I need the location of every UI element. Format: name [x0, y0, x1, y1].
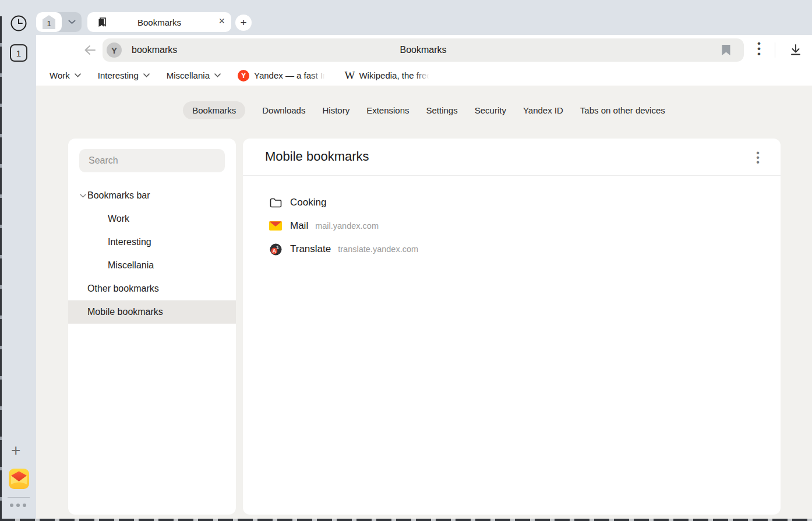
chevron-down-icon[interactable] [80, 194, 87, 198]
yandex-favicon-icon: Y [238, 70, 249, 81]
rail-more-icon[interactable] [10, 504, 26, 507]
bookmark-url: mail.yandex.com [315, 221, 379, 231]
tree-label: Bookmarks bar [87, 190, 150, 201]
tab-count-badge: 1 [43, 15, 55, 29]
tree-item-interesting[interactable]: Interesting [68, 231, 236, 254]
svg-text:A: A [272, 248, 276, 254]
browser-window: 1 Bookmarks × + [0, 0, 812, 521]
navigation-toolbar: Y bookmarks Bookmarks ••• [36, 35, 812, 65]
tree-item-other-bookmarks[interactable]: Other bookmarks [68, 277, 236, 300]
bookmarks-list-panel: Mobile bookmarks ••• Cooking [243, 139, 781, 515]
folder-label: Work [50, 70, 70, 80]
bookmark-row-cooking[interactable]: Cooking [243, 191, 781, 214]
history-clock-icon[interactable] [10, 15, 27, 32]
bookmarks-list: Cooking Mail mail.yandex.com [243, 176, 781, 261]
yandex-mail-icon [269, 221, 282, 231]
tree-label: Miscellania [108, 260, 154, 271]
bookmark-label: Yandex — a fast In [254, 70, 327, 80]
site-favicon-icon: Y [107, 42, 122, 58]
tree-item-mobile-bookmarks[interactable]: Mobile bookmarks [68, 300, 236, 324]
bookmark-label: Mail [290, 220, 308, 232]
new-tab-button[interactable]: + [235, 15, 252, 31]
tab-yandex-id[interactable]: Yandex ID [523, 101, 563, 119]
chevron-down-icon [143, 73, 150, 77]
rail-add-icon[interactable]: + [11, 441, 20, 460]
tab-group-counter[interactable]: 1 [36, 12, 62, 32]
tree-item-bookmarks-bar[interactable]: Bookmarks bar [68, 184, 236, 207]
bookmarks-bar: Work Interesting Miscellania Y Yandex — … [36, 65, 812, 86]
folder-label: Miscellania [167, 70, 210, 80]
bookmarks-bar-folder-miscellania[interactable]: Miscellania [167, 70, 221, 80]
tab-downloads[interactable]: Downloads [262, 101, 305, 119]
tab-security[interactable]: Security [475, 101, 506, 119]
bookmark-label: Wikipedia, the free [359, 70, 431, 80]
back-icon[interactable] [83, 44, 97, 59]
tree-label: Other bookmarks [87, 283, 159, 294]
panel-header: Mobile bookmarks ••• [243, 139, 781, 176]
tab-group-chevron-icon[interactable] [62, 12, 82, 32]
tree-item-work[interactable]: Work [68, 207, 236, 231]
panel-title: Mobile bookmarks [265, 149, 369, 164]
browser-tab-bookmarks[interactable]: Bookmarks × [87, 12, 231, 32]
side-rail: 1 + [2, 35, 36, 519]
search-input[interactable] [79, 149, 225, 172]
address-bar[interactable]: Y bookmarks Bookmarks [103, 38, 744, 62]
bookmark-url: translate.yandex.com [338, 244, 418, 254]
yandex-translate-icon: A [269, 243, 282, 256]
tab-history[interactable]: History [322, 101, 349, 119]
tab-extensions[interactable]: Extensions [366, 101, 409, 119]
toolbar-kebab-icon[interactable]: ••• [755, 41, 763, 56]
tab-list-badge[interactable]: 1 [10, 44, 27, 62]
tree-label: Work [108, 214, 129, 224]
url-text[interactable]: bookmarks [132, 38, 177, 62]
folder-tree: Bookmarks bar Work Interesting Miscellan… [68, 184, 236, 324]
tree-item-miscellania[interactable]: Miscellania [68, 254, 236, 277]
bookmark-star-icon[interactable] [721, 44, 731, 58]
bookmarks-manager-page: Bookmarks Downloads History Extensions S… [36, 86, 812, 521]
tree-label: Mobile bookmarks [87, 307, 163, 317]
bookmarks-bar-link-wikipedia[interactable]: W Wikipedia, the free [344, 69, 431, 82]
folders-sidebar-panel: Bookmarks bar Work Interesting Miscellan… [68, 139, 236, 515]
folder-label: Interesting [98, 70, 139, 80]
manager-nav-tabs: Bookmarks Downloads History Extensions S… [36, 101, 812, 119]
tab-bookmarks[interactable]: Bookmarks [183, 101, 245, 119]
tab-settings[interactable]: Settings [426, 101, 458, 119]
tab-title: Bookmarks [87, 12, 231, 32]
panel-kebab-icon[interactable]: ••• [754, 150, 762, 164]
bookmark-row-translate[interactable]: A Translate translate.yandex.com [243, 238, 781, 261]
toolbar-divider [775, 42, 775, 58]
yandex-mail-app-icon[interactable] [9, 469, 29, 491]
title-bar: 1 Bookmarks × + [0, 0, 812, 35]
window-left-edge [0, 16, 2, 521]
bookmark-label: Translate [290, 243, 331, 255]
tree-label: Interesting [108, 237, 151, 247]
bookmarks-bar-folder-work[interactable]: Work [50, 70, 81, 80]
chevron-down-icon [75, 73, 81, 77]
bookmarks-bar-link-yandex[interactable]: Y Yandex — a fast In [238, 70, 327, 81]
chevron-down-icon [214, 73, 221, 77]
bookmark-row-mail[interactable]: Mail mail.yandex.com [243, 214, 781, 238]
bookmark-label: Cooking [290, 197, 326, 208]
folder-icon [269, 198, 282, 208]
tab-close-icon[interactable]: × [218, 15, 225, 27]
page-title: Bookmarks [103, 38, 744, 62]
window-bottom-edge [0, 519, 812, 521]
tab-group-control[interactable]: 1 [36, 12, 82, 32]
tab-other-devices[interactable]: Tabs on other devices [580, 101, 665, 119]
wikipedia-favicon-icon: W [344, 69, 355, 82]
downloads-icon[interactable] [789, 43, 802, 59]
bookmarks-bar-folder-interesting[interactable]: Interesting [98, 70, 150, 80]
rail-divider [8, 497, 30, 498]
